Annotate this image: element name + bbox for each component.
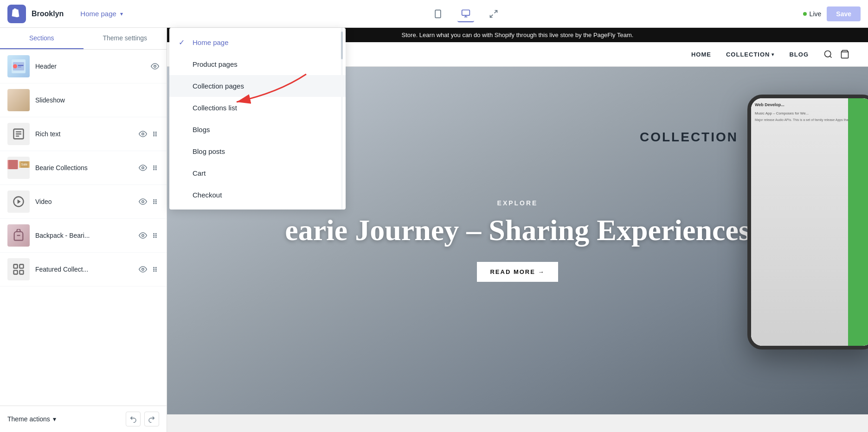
svg-point-30: [156, 169, 157, 170]
page-selector-label: Home page: [80, 10, 116, 18]
nav-blog[interactable]: BLOG: [789, 51, 809, 58]
sidebar-item-header[interactable]: Header: [0, 50, 167, 83]
hero-content: EXPLORE earie Journey – Sharing Experien…: [285, 199, 750, 281]
dropdown-item-blog-posts[interactable]: ✓ Blog posts: [169, 140, 346, 162]
tab-theme-settings[interactable]: Theme settings: [84, 28, 167, 49]
drag-handle-featured[interactable]: [151, 265, 159, 273]
drag-handle-bearie[interactable]: [151, 164, 159, 172]
eye-icon[interactable]: [151, 62, 159, 70]
svg-rect-10: [18, 65, 24, 66]
video-icon: [12, 195, 25, 208]
nav-collection[interactable]: COLLECTION ▾: [726, 51, 775, 58]
sidebar-item-bearie-collections[interactable]: Sale Bearie Collections: [0, 151, 167, 185]
shopify-logo: [7, 5, 26, 23]
backpack-icon: [12, 229, 25, 242]
header-thumb: [7, 55, 30, 77]
eye-icon-bearie[interactable]: [139, 164, 147, 172]
dropdown-item-collection-pages[interactable]: ✓ Collection pages: [169, 75, 346, 97]
nav-collection-label: COLLECTION: [726, 51, 770, 58]
dropdown-product-pages-label: Product pages: [193, 60, 238, 68]
svg-point-22: [154, 135, 154, 136]
drag-handle-video[interactable]: [151, 197, 159, 206]
svg-rect-11: [18, 67, 22, 68]
undo-button[interactable]: [126, 412, 141, 426]
chevron-down-icon: ▾: [120, 11, 123, 17]
svg-point-19: [156, 132, 157, 133]
redo-button[interactable]: [144, 412, 159, 426]
sidebar: Sections Theme settings Header: [0, 28, 167, 432]
dropdown-blog-posts-label: Blog posts: [193, 147, 225, 155]
eye-icon-video[interactable]: [139, 197, 147, 206]
theme-actions-label: Theme actions: [7, 415, 50, 423]
svg-point-29: [154, 169, 154, 170]
fullscreen-view-button[interactable]: [485, 6, 502, 22]
svg-point-59: [825, 51, 831, 57]
hero-title: earie Journey – Sharing Experiences: [285, 214, 750, 247]
slideshow-label: Slideshow: [35, 96, 159, 104]
svg-point-55: [154, 269, 154, 270]
top-bar-right: Live Save: [803, 6, 861, 21]
sidebar-item-rich-text[interactable]: Rich text: [0, 117, 167, 151]
sidebar-tabs: Sections Theme settings: [0, 28, 167, 50]
cart-icon[interactable]: [840, 50, 849, 59]
svg-point-21: [156, 133, 157, 134]
mobile-icon: [433, 9, 443, 19]
history-buttons: [126, 412, 159, 426]
live-label: Live: [810, 10, 822, 18]
dropdown-home-page-label: Home page: [193, 38, 229, 46]
sidebar-list: Header Slideshow: [0, 50, 167, 406]
dropdown-item-product-pages[interactable]: ✓ Product pages: [169, 53, 346, 75]
tab-sections[interactable]: Sections: [0, 28, 84, 49]
sidebar-item-slideshow[interactable]: Slideshow: [0, 83, 167, 117]
search-icon[interactable]: [823, 50, 833, 59]
featured-collect-thumb: [7, 258, 30, 280]
svg-point-41: [142, 235, 144, 237]
eye-icon-richtext[interactable]: [139, 130, 147, 138]
desktop-view-button[interactable]: [457, 6, 474, 22]
dropdown-blogs-label: Blogs: [193, 126, 210, 133]
nav-icons: [823, 50, 849, 59]
sidebar-item-featured-collect[interactable]: Featured Collect...: [0, 253, 167, 286]
save-button[interactable]: Save: [827, 6, 861, 21]
svg-point-37: [156, 201, 157, 202]
bearie-collections-actions: [139, 164, 159, 172]
svg-rect-51: [19, 270, 23, 274]
richtext-actions: [139, 130, 159, 138]
featured-collect-label: Featured Collect...: [35, 266, 133, 273]
svg-point-12: [154, 65, 156, 68]
dropdown-item-cart[interactable]: ✓ Cart: [169, 162, 346, 184]
backpack-actions: [139, 231, 159, 240]
video-label: Video: [35, 198, 133, 205]
dropdown-item-collections-list[interactable]: ✓ Collections list: [169, 97, 346, 119]
dropdown-item-blogs[interactable]: ✓ Blogs: [169, 119, 346, 140]
svg-point-28: [156, 167, 157, 168]
sidebar-footer: Theme actions ▾: [0, 406, 167, 432]
drag-handle-backpack[interactable]: [151, 231, 159, 240]
eye-icon-featured[interactable]: [139, 265, 147, 273]
theme-actions-button[interactable]: Theme actions ▾: [7, 415, 56, 423]
svg-rect-2: [462, 10, 469, 15]
richtext-thumb: [7, 123, 30, 145]
svg-point-58: [156, 271, 157, 272]
drag-handle-richtext[interactable]: [151, 130, 159, 138]
sidebar-item-video[interactable]: Video: [0, 185, 167, 219]
sidebar-item-backpack[interactable]: Backpack - Beari...: [0, 219, 167, 253]
mobile-view-button[interactable]: [430, 6, 446, 22]
page-selector[interactable]: Home page ▾: [75, 7, 129, 20]
nav-home[interactable]: HOME: [691, 51, 711, 58]
dropdown-item-checkout[interactable]: ✓ Checkout: [169, 184, 346, 206]
svg-rect-50: [14, 270, 18, 274]
svg-point-18: [154, 132, 154, 133]
svg-point-20: [154, 133, 154, 134]
dropdown-item-home-page[interactable]: ✓ Home page: [169, 32, 346, 53]
shopify-icon: [11, 8, 22, 19]
main-area: Sections Theme settings Header: [0, 28, 868, 432]
hero-read-more-button[interactable]: READ MORE →: [477, 262, 558, 282]
bearie-collections-label: Bearie Collections: [35, 164, 133, 172]
page-dropdown: ✓ Home page ✓ Product pages ✓ Collection…: [169, 28, 346, 210]
svg-point-34: [154, 200, 154, 201]
richtext-label: Rich text: [35, 130, 133, 138]
eye-icon-backpack[interactable]: [139, 231, 147, 240]
svg-point-56: [156, 269, 157, 270]
svg-line-6: [490, 14, 493, 17]
